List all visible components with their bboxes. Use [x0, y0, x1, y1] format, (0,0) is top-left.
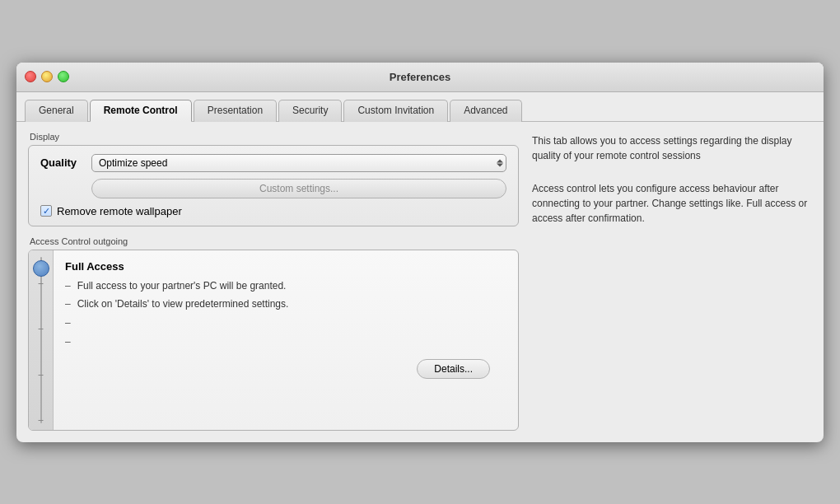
access-section-wrapper: Access Control outgoing: [28, 236, 519, 431]
access-item-1: – Full access to your partner's PC will …: [65, 279, 506, 293]
maximize-button[interactable]: [58, 71, 69, 82]
custom-settings-button[interactable]: Custom settings...: [91, 179, 506, 198]
tabs-bar: General Remote Control Presentation Secu…: [16, 92, 824, 122]
access-item-1-text: Full access to your partner's PC will be…: [77, 279, 287, 293]
details-button[interactable]: Details...: [417, 359, 490, 379]
main-content: Display Quality Optimize speed Optimize …: [16, 122, 824, 442]
access-slider-track: [29, 250, 54, 430]
close-button[interactable]: [25, 71, 36, 82]
tab-remote-control[interactable]: Remote Control: [90, 100, 192, 122]
quality-select[interactable]: Optimize speed Optimize quality Custom: [91, 154, 506, 172]
preferences-window: Preferences General Remote Control Prese…: [16, 63, 824, 442]
tab-advanced[interactable]: Advanced: [450, 100, 521, 122]
access-item-2: – Click on 'Details' to view predetermin…: [65, 297, 506, 311]
tab-general[interactable]: General: [25, 100, 88, 122]
dash-icon-3: –: [65, 316, 71, 330]
display-section-title: Display: [28, 132, 519, 142]
access-item-2-text: Click on 'Details' to view predetermined…: [77, 297, 289, 311]
access-section-title: Access Control outgoing: [28, 236, 519, 246]
access-item-4: –: [65, 335, 506, 349]
quality-label: Quality: [40, 156, 82, 169]
dash-icon-4: –: [65, 335, 71, 349]
display-description: This tab allows you to access settings r…: [532, 132, 812, 163]
right-panel: This tab allows you to access settings r…: [532, 132, 812, 431]
dash-icon-2: –: [65, 297, 71, 311]
slider-ticks: [29, 283, 53, 422]
tab-presentation[interactable]: Presentation: [194, 100, 277, 122]
access-description: Access control lets you configure access…: [532, 180, 812, 226]
access-box: Full Access – Full access to your partne…: [28, 250, 519, 431]
titlebar: Preferences: [16, 63, 824, 92]
tick-3: [39, 375, 44, 376]
wallpaper-checkbox-row: ✓ Remove remote wallpaper: [40, 205, 506, 217]
access-title: Full Access: [65, 260, 506, 273]
wallpaper-label: Remove remote wallpaper: [57, 205, 182, 217]
tick-4: [39, 420, 44, 421]
checkmark-icon: ✓: [43, 207, 50, 216]
remove-wallpaper-checkbox[interactable]: ✓: [40, 205, 52, 217]
tab-custom-invitation[interactable]: Custom Invitation: [343, 100, 448, 122]
display-section-wrapper: Display Quality Optimize speed Optimize …: [28, 132, 519, 226]
access-slider-handle[interactable]: [33, 260, 49, 277]
left-panel: Display Quality Optimize speed Optimize …: [28, 132, 519, 431]
window-title: Preferences: [390, 71, 450, 83]
quality-row: Quality Optimize speed Optimize quality …: [40, 154, 506, 172]
quality-select-wrapper: Optimize speed Optimize quality Custom: [91, 154, 506, 172]
tick-1: [39, 283, 44, 284]
dash-icon-1: –: [65, 279, 71, 293]
minimize-button[interactable]: [41, 71, 53, 82]
access-content: Full Access – Full access to your partne…: [54, 250, 518, 430]
display-section: Quality Optimize speed Optimize quality …: [28, 145, 519, 226]
tick-2: [39, 329, 44, 329]
access-item-3: –: [65, 316, 506, 330]
tab-security[interactable]: Security: [278, 100, 342, 122]
traffic-lights: [25, 71, 69, 82]
